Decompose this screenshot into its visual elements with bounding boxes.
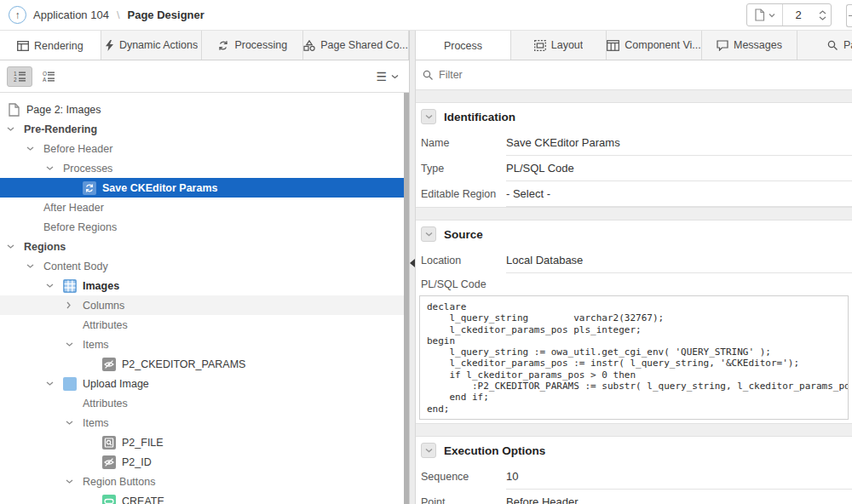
svg-text:2: 2 xyxy=(14,77,17,83)
tree-node-regions[interactable]: Regions xyxy=(0,237,409,256)
search-icon xyxy=(827,40,838,51)
tree-node-processes[interactable]: Processes xyxy=(0,158,409,178)
tree-node-attributes[interactable]: Attributes xyxy=(0,393,409,413)
tree-toolbar: 1 2 O A ☰ xyxy=(0,60,409,93)
left-tabbar: RenderingDynamic ActionsProcessingPage S… xyxy=(0,31,409,60)
tab-rendering[interactable]: Rendering xyxy=(0,31,101,60)
tree-node-create[interactable]: CREATE xyxy=(0,491,409,504)
file-browser-item-icon xyxy=(102,436,116,450)
tab-component-vi[interactable]: Component Vi... xyxy=(607,31,702,60)
plsql-code-editor[interactable]: declare l_query_string varchar2(32767); … xyxy=(419,295,849,420)
tree-node-attributes[interactable]: Attributes xyxy=(0,315,409,335)
page-title: Page Designer xyxy=(128,9,204,21)
tree-node-page-2-images[interactable]: Page 2: Images xyxy=(0,100,409,119)
breadcrumb: ↑ Application 104 \ Page Designer xyxy=(9,6,204,24)
chevron-down-icon[interactable] xyxy=(46,165,63,171)
tab-process[interactable]: Process xyxy=(416,31,511,60)
pane-splitter[interactable] xyxy=(409,31,416,504)
alphabetical-view-button[interactable]: O A xyxy=(36,66,61,87)
up-arrow-icon[interactable]: ↑ xyxy=(9,6,26,24)
chevron-down-icon[interactable] xyxy=(7,126,24,132)
tree-node-region-buttons[interactable]: Region Buttons xyxy=(0,472,409,491)
chevron-down-icon xyxy=(425,114,433,119)
chevron-down-icon[interactable] xyxy=(66,420,83,426)
breadcrumb-application[interactable]: Application 104 xyxy=(33,9,109,21)
order-view-button[interactable]: 1 2 xyxy=(7,66,32,87)
tree-node-content-body[interactable]: Content Body xyxy=(0,256,409,276)
tree-node-p2-file[interactable]: P2_FILE xyxy=(0,432,409,452)
page-shared-components-icon xyxy=(303,40,315,51)
rendering-pane: RenderingDynamic ActionsProcessingPage S… xyxy=(0,31,409,504)
collapse-section-button[interactable] xyxy=(421,226,436,242)
tree-node-label: Region Buttons xyxy=(83,476,155,488)
tree-node-label: Regions xyxy=(24,241,66,253)
ordered-list-icon: 1 2 xyxy=(14,71,26,83)
tree-node-pre-rendering[interactable]: Pre-Rendering xyxy=(0,119,409,139)
chevron-down-icon[interactable] xyxy=(66,478,83,484)
page-number-field[interactable]: 2 xyxy=(783,4,814,26)
type-field[interactable]: PL/SQL Code xyxy=(506,156,852,181)
hidden-item-icon xyxy=(102,358,116,371)
tree-node-items[interactable]: Items xyxy=(0,335,409,354)
tree-node-images[interactable]: Images xyxy=(0,276,409,295)
editable-region-field-row: Editable Region - Select - xyxy=(416,181,852,207)
section-divider xyxy=(416,207,852,220)
tree-node-label: Columns xyxy=(83,300,124,312)
collapse-left-icon[interactable] xyxy=(410,259,415,267)
page-picker-button[interactable] xyxy=(747,4,783,26)
tree-node-before-regions[interactable]: Before Regions xyxy=(0,217,409,237)
tab-dynamic-actions[interactable]: Dynamic Actions xyxy=(101,31,203,60)
tree-node-p2-id[interactable]: P2_ID xyxy=(0,452,409,472)
sequence-field[interactable]: 10 xyxy=(506,464,852,490)
tree-node-save-ckeditor-params[interactable]: Save CKEditor Params xyxy=(0,178,409,198)
tree-node-p2-ckeditor-params[interactable]: P2_CKEDITOR_PARAMS xyxy=(0,354,409,374)
tab-pag[interactable]: Pag xyxy=(797,31,852,60)
tab-layout[interactable]: Layout xyxy=(511,31,607,60)
tree-node-label: P2_FILE xyxy=(122,437,164,449)
tree-menu-button[interactable]: ☰ xyxy=(376,71,399,83)
field-label: Type xyxy=(421,163,506,175)
clipped-toolbar-button[interactable] xyxy=(846,4,852,27)
name-field-row: Name Save CKEditor Params xyxy=(416,130,852,156)
main-area: RenderingDynamic ActionsProcessingPage S… xyxy=(0,31,852,504)
svg-text:O: O xyxy=(43,71,47,77)
chevron-down-icon[interactable] xyxy=(66,341,83,347)
sorted-list-icon: O A xyxy=(43,71,55,83)
page-number-stepper[interactable] xyxy=(814,4,831,26)
tab-messages[interactable]: Messages xyxy=(702,31,797,60)
tree-node-before-header[interactable]: Before Header xyxy=(0,139,409,158)
collapse-section-button[interactable] xyxy=(421,443,436,458)
tab-page-shared-co[interactable]: Page Shared Co... xyxy=(303,31,409,60)
chevron-down-icon[interactable] xyxy=(26,263,43,269)
tree-node-label: After Header xyxy=(43,202,104,214)
chevron-down-icon[interactable] xyxy=(46,381,63,387)
chevron-right-icon[interactable] xyxy=(66,301,83,309)
rendering-tree: Page 2: ImagesPre-RenderingBefore Header… xyxy=(0,93,409,504)
chevron-down-icon xyxy=(391,74,399,79)
chevron-down-icon[interactable] xyxy=(26,146,43,152)
static-region-icon xyxy=(63,377,77,391)
tree-node-items[interactable]: Items xyxy=(0,413,409,432)
tree-node-columns[interactable]: Columns xyxy=(0,295,409,315)
location-field[interactable]: Local Database xyxy=(506,248,852,273)
tab-label: Messages xyxy=(734,39,782,51)
chevron-down-icon[interactable] xyxy=(7,243,24,249)
collapse-section-button[interactable] xyxy=(421,109,436,124)
hidden-item-icon xyxy=(102,455,116,469)
tree-node-label: Items xyxy=(83,339,109,351)
chevron-down-icon xyxy=(819,16,826,20)
tree-node-upload-image[interactable]: Upload Image xyxy=(0,374,409,393)
source-section-header: Source xyxy=(416,220,852,248)
point-field[interactable]: Before Header xyxy=(506,490,852,504)
chevron-down-icon xyxy=(425,448,433,453)
tab-label: Processing xyxy=(234,39,287,51)
name-field[interactable]: Save CKEditor Params xyxy=(506,130,852,156)
editable-region-select[interactable]: - Select - xyxy=(506,181,852,207)
tab-processing[interactable]: Processing xyxy=(202,31,303,60)
tab-label: Rendering xyxy=(34,40,83,52)
chevron-down-icon[interactable] xyxy=(46,283,63,289)
tree-node-after-header[interactable]: After Header xyxy=(0,198,409,217)
right-tabbar: ProcessLayoutComponent Vi...MessagesPag xyxy=(416,31,852,60)
component-view-icon xyxy=(607,40,619,51)
filter-input[interactable] xyxy=(439,69,845,81)
